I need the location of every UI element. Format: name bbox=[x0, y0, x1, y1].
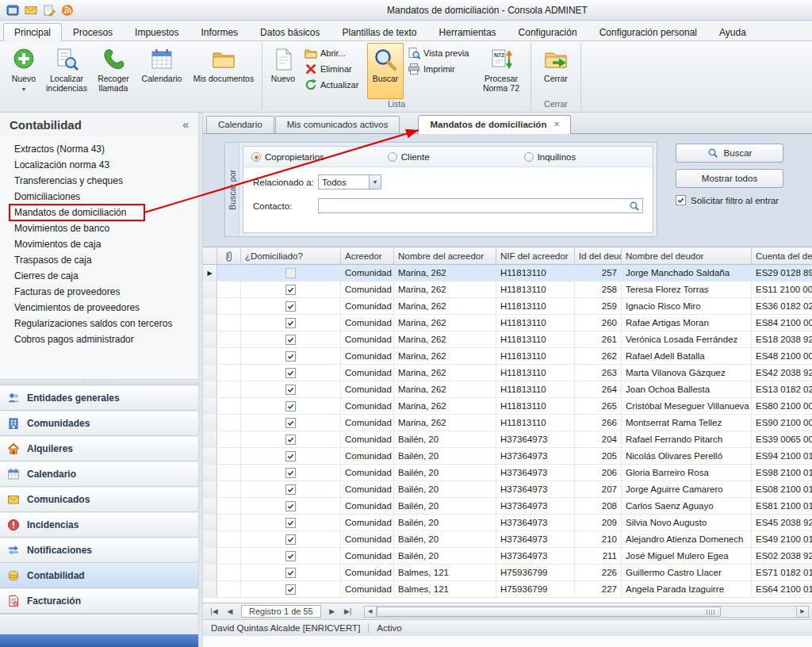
column-header-attachments[interactable] bbox=[217, 247, 241, 264]
domiciliado-cell[interactable] bbox=[241, 415, 341, 431]
table-row[interactable]: ComunidadMarina, 262H11813110263Marta Vi… bbox=[203, 365, 812, 381]
cell-id_deudor[interactable]: 263 bbox=[575, 365, 622, 381]
cell-acreedor[interactable]: Comunidad bbox=[341, 531, 394, 547]
cell-nombre_acreedor[interactable]: Marina, 262 bbox=[394, 415, 496, 431]
cell-cuenta[interactable]: ES42 2038 921 bbox=[752, 365, 812, 381]
table-row[interactable]: ComunidadBailén, 20H37364973211José Migu… bbox=[203, 548, 812, 565]
cell-nombre_deudor[interactable]: Nicolás Olivares Perelló bbox=[622, 448, 752, 464]
cell-cuenta[interactable]: ES13 0182 020 bbox=[752, 381, 812, 397]
domiciliado-cell[interactable] bbox=[241, 398, 341, 414]
sidebar-item-cobros-pagos-administrador[interactable]: Cobros pagos administrador bbox=[0, 331, 198, 347]
nav-button-notificaciones[interactable]: Notificaciones bbox=[0, 538, 198, 563]
domiciliado-cell[interactable] bbox=[241, 565, 341, 580]
cell-nombre_deudor[interactable]: Rafael Ferrando Pitarch bbox=[622, 431, 752, 447]
attachment-cell[interactable] bbox=[217, 281, 241, 297]
cell-nombre_acreedor[interactable]: Bailén, 20 bbox=[394, 498, 496, 514]
menu-tab-configuracion[interactable]: Configuración bbox=[508, 23, 588, 41]
table-row[interactable]: ComunidadBailén, 20H37364973206Gloria Ba… bbox=[203, 465, 812, 481]
cell-nombre_acreedor[interactable]: Marina, 262 bbox=[394, 281, 496, 297]
checkbox[interactable] bbox=[285, 268, 296, 278]
cell-id_deudor[interactable]: 259 bbox=[575, 298, 622, 314]
column-header-cuenta-del-deudor[interactable]: Cuenta del deudor bbox=[752, 247, 812, 264]
cell-cuenta[interactable]: ES29 0128 897 bbox=[752, 265, 812, 281]
last-record-button[interactable]: ▶| bbox=[340, 607, 356, 615]
nav-button-contabilidad[interactable]: Contabilidad bbox=[0, 563, 198, 588]
domiciliado-cell[interactable] bbox=[241, 481, 341, 497]
checkbox[interactable] bbox=[285, 351, 296, 362]
cell-nif[interactable]: H37364973 bbox=[496, 515, 575, 530]
attachment-cell[interactable] bbox=[217, 265, 241, 281]
cell-nif[interactable]: H37364973 bbox=[496, 481, 575, 497]
cell-cuenta[interactable]: ES02 2038 921 bbox=[752, 548, 812, 564]
cell-nombre_acreedor[interactable]: Marina, 262 bbox=[394, 265, 496, 281]
sidebar-item-extractos-norma-43[interactable]: Extractos (Norma 43) bbox=[0, 141, 198, 157]
cell-nombre_acreedor[interactable]: Marina, 262 bbox=[394, 365, 496, 381]
sidebar-item-traspasos-de-caja[interactable]: Traspasos de caja bbox=[0, 252, 198, 268]
nav-button-incidencias[interactable]: Incidencias bbox=[0, 512, 198, 538]
cell-cuenta[interactable]: ES94 2100 012 bbox=[752, 448, 812, 464]
checkbox[interactable] bbox=[285, 568, 296, 578]
column-header-nombre-del-deudor[interactable]: Nombre del deudor bbox=[622, 247, 752, 264]
ribbon-button-abrir[interactable]: Abrir... bbox=[303, 47, 365, 59]
radio-copropietarios[interactable]: Copropietarios bbox=[243, 152, 380, 162]
table-row[interactable]: ComunidadBailén, 20H37364973208Carlos Sa… bbox=[203, 498, 812, 515]
domiciliado-cell[interactable] bbox=[241, 281, 341, 297]
attachment-cell[interactable] bbox=[217, 365, 241, 381]
cell-acreedor[interactable]: Comunidad bbox=[341, 415, 394, 431]
table-row[interactable]: ComunidadMarina, 262H11813110264Joan Och… bbox=[203, 381, 812, 398]
ribbon-button-actualizar[interactable]: Actualizar bbox=[303, 78, 365, 91]
ribbon-button-procesar-norma-72[interactable]: N72 Procesar Norma 72 bbox=[475, 43, 527, 99]
cell-nombre_deudor[interactable]: Ignacio Risco Miro bbox=[622, 298, 752, 314]
cell-id_deudor[interactable]: 265 bbox=[575, 398, 622, 414]
cell-nombre_acreedor[interactable]: Marina, 262 bbox=[394, 298, 496, 314]
buscar-button[interactable]: Buscar bbox=[676, 144, 783, 163]
cell-nombre_acreedor[interactable]: Marina, 262 bbox=[394, 381, 496, 397]
menu-tab-herramientas[interactable]: Herramientas bbox=[428, 23, 508, 41]
cell-nif[interactable]: H11813110 bbox=[496, 398, 575, 414]
cell-nif[interactable]: H37364973 bbox=[496, 448, 575, 464]
cell-acreedor[interactable]: Comunidad bbox=[341, 548, 394, 564]
attachment-cell[interactable] bbox=[217, 298, 241, 314]
cell-nombre_deudor[interactable]: Angela Parada Izaguirre bbox=[622, 581, 752, 597]
attachment-cell[interactable] bbox=[217, 515, 241, 530]
sidebar-item-movimientos-de-caja[interactable]: Movimientos de caja bbox=[0, 236, 198, 252]
cell-nombre_deudor[interactable]: Guillermo Castro Llacer bbox=[622, 565, 752, 580]
ribbon-button-imprimir[interactable]: Imprimir bbox=[406, 63, 473, 75]
cell-acreedor[interactable]: Comunidad bbox=[341, 581, 394, 597]
cell-nif[interactable]: H37364973 bbox=[496, 431, 575, 447]
menu-tab-informes[interactable]: Informes bbox=[190, 23, 249, 41]
menu-tab-configuracion-personal[interactable]: Configuración personal bbox=[588, 23, 708, 41]
cell-nombre_deudor[interactable]: Verónica Losada Ferrández bbox=[622, 331, 752, 347]
document-tab-mis-comunicados-activos[interactable]: Mis comunicados activos bbox=[275, 116, 400, 133]
domiciliado-cell[interactable] bbox=[241, 331, 341, 347]
table-row[interactable]: ▶ComunidadMarina, 262H11813110257Jorge M… bbox=[203, 265, 812, 281]
domiciliado-cell[interactable] bbox=[241, 315, 341, 331]
menu-tab-principal[interactable]: Principal bbox=[3, 23, 62, 41]
table-row[interactable]: ComunidadBailén, 20H37364973205Nicolás O… bbox=[203, 448, 812, 465]
column-header-nif-del-acreedor[interactable]: NIF del acreedor bbox=[496, 247, 575, 264]
nav-button-entidades-generales[interactable]: Entidades generales bbox=[0, 385, 198, 411]
checkbox[interactable] bbox=[285, 285, 296, 295]
ribbon-button-eliminar[interactable]: Eliminar bbox=[303, 63, 365, 75]
cell-acreedor[interactable]: Comunidad bbox=[341, 381, 394, 397]
cell-nombre_deudor[interactable]: Rafae Artigas Moran bbox=[622, 315, 752, 331]
domiciliado-cell[interactable] bbox=[241, 581, 341, 597]
prev-record-button[interactable]: ◀ bbox=[222, 607, 238, 615]
ribbon-button-mis-documentos[interactable]: Mis documentos bbox=[189, 43, 259, 99]
cell-nombre_deudor[interactable]: Joan Ochoa Ballesta bbox=[622, 381, 752, 397]
cell-nif[interactable]: H11813110 bbox=[496, 415, 575, 431]
document-tab-calendario[interactable]: Calendario bbox=[206, 116, 274, 133]
feed-icon[interactable] bbox=[61, 4, 74, 17]
cell-nombre_acreedor[interactable]: Marina, 262 bbox=[394, 348, 496, 364]
cell-cuenta[interactable]: ES80 2100 002 bbox=[752, 398, 812, 414]
checkbox[interactable] bbox=[285, 501, 296, 511]
cell-cuenta[interactable]: ES84 2100 002 bbox=[752, 315, 812, 331]
table-row[interactable]: ComunidadMarina, 262H11813110259Ignacio … bbox=[203, 298, 812, 315]
cell-nif[interactable]: H75936799 bbox=[496, 581, 575, 597]
cell-nif[interactable]: H37364973 bbox=[496, 531, 575, 547]
nav-button-calendario[interactable]: Calendario bbox=[0, 461, 198, 487]
chevron-down-icon[interactable]: ▼ bbox=[369, 175, 381, 189]
domiciliado-cell[interactable] bbox=[241, 515, 341, 530]
cell-nombre_deudor[interactable]: Jorge Aguirre Camarero bbox=[622, 481, 752, 497]
cell-nombre_deudor[interactable]: Silvia Novo Augusto bbox=[622, 515, 752, 530]
